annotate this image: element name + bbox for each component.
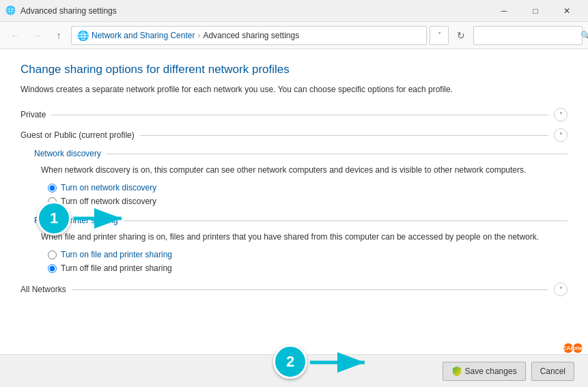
annotation-arrow-2 — [310, 352, 372, 373]
nd-off-label: Turn off network discovery — [61, 197, 156, 206]
network-discovery-header: Network discovery — [34, 149, 568, 158]
fps-on-option[interactable]: Turn on file and printer sharing — [48, 250, 568, 259]
annotation-circle-1: 1 — [37, 201, 71, 235]
search-input[interactable] — [478, 31, 580, 40]
window-title: Advanced sharing settings — [20, 6, 488, 16]
guest-public-label: Guest or Public (current profile) — [20, 130, 135, 140]
network-discovery-section: Network discovery When network discovery… — [34, 149, 568, 206]
private-section-header: Private ˅ — [20, 108, 568, 121]
guest-public-section-header: Guest or Public (current profile) ˄ — [20, 128, 568, 142]
breadcrumb-item-1: Network and Sharing Center — [92, 31, 195, 40]
network-discovery-description: When network discovery is on, this compu… — [41, 164, 568, 176]
search-box[interactable]: 🔍 — [473, 26, 583, 45]
all-networks-label: All Networks — [20, 285, 66, 294]
guest-public-expand-button[interactable]: ˄ — [554, 128, 568, 142]
file-printer-radio-group: Turn on file and printer sharing Turn of… — [48, 250, 568, 273]
all-networks-expand-button[interactable]: ˅ — [554, 283, 568, 296]
save-label: Save changes — [465, 367, 517, 376]
fps-off-option[interactable]: Turn off file and printer sharing — [48, 263, 568, 273]
nd-off-option[interactable]: Turn off network discovery — [48, 197, 568, 206]
fps-off-radio[interactable] — [48, 264, 57, 273]
forward-button[interactable]: → — [27, 26, 46, 45]
breadcrumb-separator-1: › — [197, 31, 200, 40]
tweaker-badge: one — [573, 343, 583, 353]
breadcrumb-item-2: Advanced sharing settings — [203, 31, 299, 40]
nd-on-option[interactable]: Turn on network discovery — [48, 183, 568, 192]
tweaker-logo: TWEAKERone — [563, 343, 583, 353]
window-controls: ─ □ ✕ — [488, 0, 583, 22]
fps-off-label: Turn off file and printer sharing — [61, 263, 172, 273]
maximize-button[interactable]: □ — [520, 0, 551, 22]
app-icon: 🌐 — [5, 5, 16, 16]
network-icon: 🌐 — [77, 30, 89, 41]
search-icon: 🔍 — [580, 31, 588, 40]
fps-on-radio[interactable] — [48, 250, 57, 259]
up-button[interactable]: ↑ — [49, 26, 68, 45]
minimize-button[interactable]: ─ — [488, 0, 520, 22]
cancel-button[interactable]: Cancel — [531, 362, 574, 381]
back-button[interactable]: ← — [5, 26, 25, 45]
network-discovery-label: Network discovery — [34, 149, 101, 158]
subtitle-text: Windows creates a separate network profi… — [20, 83, 568, 96]
network-discovery-radio-group: Turn on network discovery Turn off netwo… — [48, 183, 568, 206]
private-expand-button[interactable]: ˅ — [554, 108, 568, 121]
file-printer-divider — [124, 220, 568, 221]
fps-on-label: Turn on file and printer sharing — [61, 250, 172, 259]
close-button[interactable]: ✕ — [551, 0, 583, 22]
tweaker-text: TWEAKER — [563, 343, 573, 353]
private-label: Private — [20, 110, 46, 119]
address-chevron-button[interactable]: ˅ — [430, 26, 449, 45]
address-bar: ← → ↑ 🌐 Network and Sharing Center › Adv… — [0, 22, 588, 49]
main-content: Change sharing options for different net… — [0, 49, 588, 354]
annotation-arrow-1 — [74, 208, 128, 229]
title-bar: 🌐 Advanced sharing settings ─ □ ✕ — [0, 0, 588, 22]
file-printer-description: When file and printer sharing is on, fil… — [41, 231, 568, 243]
network-discovery-divider — [107, 154, 568, 154]
all-networks-divider — [72, 289, 548, 290]
all-networks-section-header: All Networks ˅ — [20, 283, 568, 296]
page-title: Change sharing options for different net… — [20, 63, 568, 76]
refresh-button[interactable]: ↻ — [451, 26, 471, 45]
annotation-circle-2: 2 — [273, 345, 307, 379]
guest-public-divider — [140, 135, 548, 136]
nd-on-label: Turn on network discovery — [61, 183, 156, 192]
private-divider — [51, 115, 548, 115]
address-field[interactable]: 🌐 Network and Sharing Center › Advanced … — [71, 26, 427, 45]
save-changes-button[interactable]: Save changes — [443, 362, 526, 381]
shield-icon — [451, 366, 462, 377]
nd-on-radio[interactable] — [48, 184, 57, 192]
